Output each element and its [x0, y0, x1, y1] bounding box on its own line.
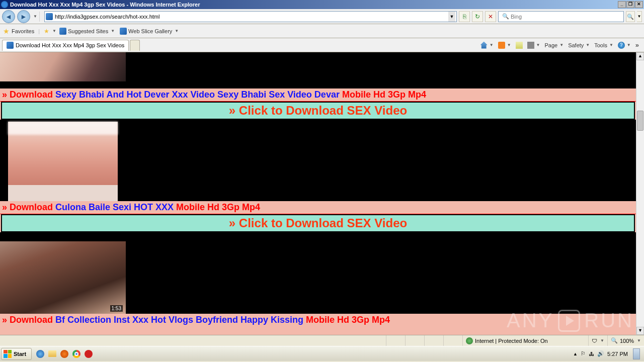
status-bar: Internet | Protected Mode: On 🛡▼ 🔍 100% … — [0, 335, 644, 346]
maximize-button[interactable]: ❐ — [626, 1, 634, 8]
url-input[interactable] — [55, 14, 448, 20]
add-favorite-icon[interactable]: ★ — [44, 28, 49, 35]
download-banner[interactable]: » Click to Download SEX Video — [1, 102, 635, 120]
zoom-icon: 🔍 — [611, 337, 618, 344]
favorites-star-icon[interactable]: ★ — [3, 27, 10, 35]
refresh-button[interactable]: ↻ — [472, 11, 483, 22]
scroll-down-button[interactable]: ▼ — [636, 327, 644, 335]
download-prefix: » Download — [2, 315, 55, 325]
video-thumbnail[interactable] — [0, 52, 126, 88]
taskbar-ie-button[interactable] — [35, 348, 46, 359]
zoom-level: 100% — [620, 338, 634, 344]
taskbar-clock[interactable]: 5:27 PM — [607, 351, 628, 357]
page-icon — [46, 13, 53, 20]
command-bar: ▼ ▼ ▼ Page▼ Safety▼ Tools▼ ?▼ » — [478, 40, 644, 50]
red-app-icon — [85, 350, 93, 358]
close-button[interactable]: ✕ — [635, 1, 643, 8]
compat-button[interactable]: ⎘ — [459, 11, 470, 22]
address-bar[interactable]: ▼ — [44, 11, 457, 22]
format-suffix: Mobile Hd 3Gp Mp4 — [176, 202, 260, 212]
show-desktop-button[interactable] — [633, 348, 640, 359]
start-button[interactable]: Start — [1, 348, 32, 360]
nav-toolbar: ◄ ► ▼ ▼ ⎘ ↻ ✕ 🔍 🔍 ▼ — [0, 9, 644, 24]
rss-icon — [498, 42, 505, 49]
nav-history-dropdown[interactable]: ▼ — [33, 14, 37, 19]
video-title-row[interactable]: » Download Bf Collection Inst Xxx Hot Vl… — [0, 314, 636, 326]
video-title-row[interactable]: » Download Sexy Bhabi And Hot Dever Xxx … — [0, 88, 636, 102]
home-icon — [480, 42, 488, 49]
ie-icon — [1, 1, 8, 8]
mail-icon — [516, 42, 523, 49]
tray-expand-icon[interactable]: ▲ — [573, 351, 578, 356]
search-go-button[interactable]: 🔍 — [626, 11, 635, 22]
taskbar-explorer-button[interactable] — [47, 348, 58, 359]
search-icon: 🔍 — [501, 13, 511, 20]
zoom-control[interactable]: 🔍 100% ▼ — [607, 335, 644, 346]
mail-button[interactable] — [514, 40, 525, 50]
stop-button[interactable]: ✕ — [485, 11, 496, 22]
minimize-button[interactable]: _ — [618, 1, 626, 8]
download-banner[interactable]: » Click to Download SEX Video — [1, 214, 635, 232]
help-button[interactable]: ?▼ — [616, 40, 633, 50]
ie-favicon-icon — [120, 28, 127, 35]
browser-tab[interactable]: Download Hot Xxx Xxx Mp4 3gp Sex Videos — [2, 40, 129, 51]
new-tab-button[interactable] — [130, 40, 140, 51]
web-slice-link[interactable]: Web Slice Gallery ▼ — [118, 27, 181, 36]
duration-badge: 1:53 — [110, 305, 123, 312]
forward-button[interactable]: ► — [17, 10, 30, 23]
more-commands-button[interactable]: » — [633, 41, 641, 49]
page-menu[interactable]: Page▼ — [543, 40, 566, 50]
favorites-bar: ★ Favorites | ★ ▼ Suggested Sites ▼ Web … — [0, 24, 644, 38]
tools-menu[interactable]: Tools▼ — [592, 40, 615, 50]
tab-bar: Download Hot Xxx Xxx Mp4 3gp Sex Videos … — [0, 38, 644, 52]
shield-icon: 🛡 — [592, 338, 597, 344]
window-title: Download Hot Xxx Xxx Mp4 3gp Sex Videos … — [10, 2, 618, 8]
zone-label: Internet | Protected Mode: On — [475, 338, 548, 344]
favorites-label[interactable]: Favorites — [12, 28, 34, 34]
print-icon — [527, 42, 534, 49]
video-thumbnail[interactable] — [8, 122, 118, 201]
tray-volume-icon[interactable]: 🔊 — [597, 350, 604, 357]
download-prefix: » Download — [2, 89, 55, 100]
taskbar-app-button[interactable] — [83, 348, 94, 359]
windows-taskbar: Start ▲ ⚐ 🖧 🔊 5:27 PM — [0, 346, 644, 361]
search-bar[interactable]: 🔍 — [498, 11, 624, 22]
tray-network-icon[interactable]: 🖧 — [589, 351, 594, 357]
video-title: Sexy Bhabi And Hot Dever Xxx Video Sexy … — [55, 89, 342, 100]
folder-icon — [48, 350, 56, 357]
start-label: Start — [14, 351, 26, 357]
tab-favicon-icon — [7, 42, 14, 49]
taskbar-media-button[interactable] — [59, 348, 70, 359]
scroll-up-button[interactable]: ▲ — [636, 52, 644, 60]
video-title-row[interactable]: » Download Culona Baile Sexi HOT XXX Mob… — [0, 201, 636, 214]
suggested-sites-label: Suggested Sites — [68, 28, 108, 34]
back-button[interactable]: ◄ — [2, 10, 15, 23]
format-suffix: Mobile Hd 3Gp Mp4 — [306, 315, 390, 325]
search-provider-dropdown[interactable]: ▼ — [637, 11, 642, 22]
url-dropdown[interactable]: ▼ — [448, 12, 455, 22]
scroll-thumb[interactable] — [637, 111, 643, 131]
page-content: » Download Sexy Bhabi And Hot Dever Xxx … — [0, 52, 636, 335]
video-title: Bf Collection Inst Xxx Hot Vlogs Boyfrie… — [55, 315, 306, 325]
print-button[interactable]: ▼ — [525, 40, 542, 50]
suggested-sites-link[interactable]: Suggested Sites ▼ — [57, 27, 117, 36]
tray-flag-icon[interactable]: ⚐ — [581, 350, 586, 357]
feeds-button[interactable]: ▼ — [496, 40, 513, 50]
vertical-scrollbar[interactable]: ▲ ▼ — [636, 52, 644, 335]
ie-favicon-icon — [59, 28, 66, 35]
video-thumbnail[interactable]: 1:53 — [0, 234, 126, 314]
taskbar-chrome-button[interactable] — [71, 348, 82, 359]
globe-icon — [466, 337, 473, 344]
search-input[interactable] — [511, 14, 621, 20]
video-title: Culona Baile Sexi HOT XXX — [55, 202, 176, 212]
privacy-button[interactable]: 🛡▼ — [588, 335, 607, 346]
safety-menu[interactable]: Safety▼ — [566, 40, 592, 50]
scroll-track[interactable] — [636, 60, 644, 327]
help-icon: ? — [618, 42, 625, 49]
tab-title: Download Hot Xxx Xxx Mp4 3gp Sex Videos — [16, 42, 124, 48]
format-suffix: Mobile Hd 3Gp Mp4 — [342, 89, 426, 100]
web-slice-label: Web Slice Gallery — [128, 28, 172, 34]
ie-icon — [36, 350, 44, 358]
security-zone[interactable]: Internet | Protected Mode: On — [462, 335, 588, 346]
home-button[interactable]: ▼ — [478, 40, 496, 50]
